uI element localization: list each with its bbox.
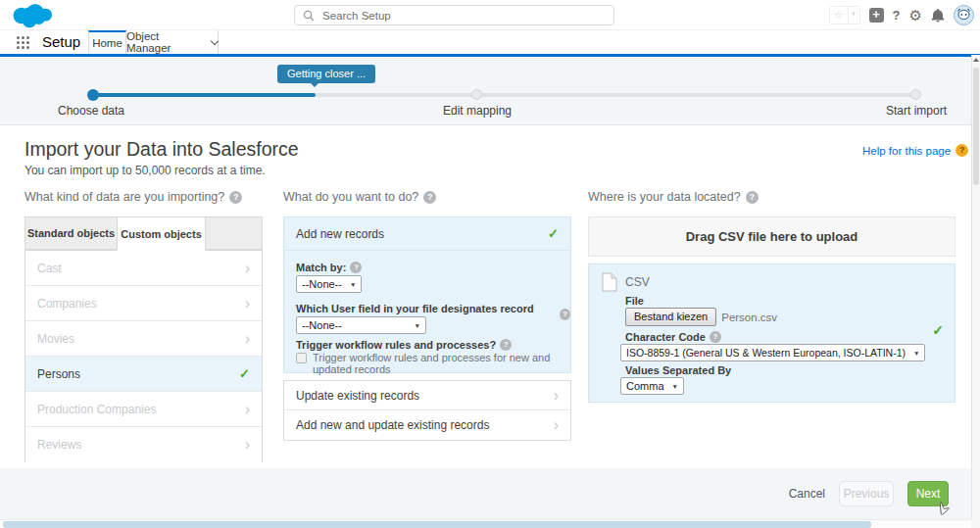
csv-type-label: CSV xyxy=(625,275,650,289)
question-icon[interactable]: ? xyxy=(746,191,759,204)
list-item-movies[interactable]: Movies › xyxy=(25,321,262,357)
separator-select[interactable]: Comma ▼ xyxy=(620,377,684,395)
other-options: Update existing records › Add new and up… xyxy=(283,380,571,441)
check-icon: ✓ xyxy=(548,226,559,241)
favorites-caret-icon: ▼ xyxy=(848,7,859,24)
data-kind-heading-text: What kind of data are you importing? xyxy=(24,190,224,204)
import-wizard-app: ☆ ▼ + ? ⚙ Setup Home Object Manager G xyxy=(0,0,980,528)
option-add-and-update-records[interactable]: Add new and update existing records › xyxy=(284,410,570,440)
option-add-new-records[interactable]: Add new records ✓ xyxy=(284,217,570,251)
tab-object-manager-label: Object Manager xyxy=(126,30,205,54)
owner-field-value: --None-- xyxy=(302,319,342,331)
location-heading: Where is your data located? ? xyxy=(588,190,759,204)
list-item-label: Cast xyxy=(37,262,62,275)
question-icon[interactable]: ? xyxy=(560,309,570,320)
list-item-persons[interactable]: Persons ✓ xyxy=(25,357,262,392)
header-icon-tray: ☆ ▼ + ? ⚙ xyxy=(829,0,974,30)
gear-icon[interactable]: ⚙ xyxy=(909,8,922,23)
owner-field-select[interactable]: --None-- ▼ xyxy=(296,316,426,334)
step-dot-edit-mapping xyxy=(471,89,482,100)
avatar[interactable] xyxy=(954,5,974,25)
step-dot-choose-data xyxy=(87,89,99,101)
workflow-label: Trigger workflow rules and processes? ? xyxy=(296,339,512,351)
separator-value: Comma xyxy=(626,380,664,392)
search-input[interactable] xyxy=(322,10,606,22)
help-icon[interactable]: ? xyxy=(893,8,901,23)
workflow-checkbox[interactable] xyxy=(296,353,307,363)
question-icon[interactable]: ? xyxy=(229,191,242,204)
list-item-production-companies[interactable]: Production Companies › xyxy=(25,392,262,427)
tab-custom-objects[interactable]: Custom objects xyxy=(117,216,206,251)
horizontal-scrollbar-thumb[interactable] xyxy=(3,521,871,528)
footer: Cancel Previous Next xyxy=(0,468,980,519)
search-box xyxy=(294,5,614,25)
question-icon[interactable]: ? xyxy=(500,339,512,351)
object-tabs-filler xyxy=(206,216,263,250)
character-code-value: ISO-8859-1 (General US & Western Europea… xyxy=(626,347,906,359)
list-item-label: Production Companies xyxy=(37,403,156,416)
question-icon[interactable]: ? xyxy=(710,331,721,343)
chevron-right-icon: › xyxy=(554,419,559,431)
app-launcher-icon[interactable] xyxy=(17,36,30,50)
search-icon xyxy=(303,10,315,22)
action-heading-text: What do you want to do? xyxy=(283,190,418,204)
previous-button[interactable]: Previous xyxy=(839,481,894,506)
scroll-up-arrow-icon[interactable] xyxy=(973,58,979,62)
chevron-right-icon: › xyxy=(245,333,250,345)
choose-file-button[interactable]: Bestand kiezen xyxy=(625,308,716,326)
list-item-reviews[interactable]: Reviews › xyxy=(25,427,262,462)
horizontal-scrollbar[interactable] xyxy=(0,519,971,528)
option-label: Add new records xyxy=(296,227,384,241)
check-icon: ✓ xyxy=(932,322,944,338)
setup-navbar: Setup Home Object Manager xyxy=(0,30,980,57)
csv-drop-zone[interactable]: Drag CSV file here to upload xyxy=(588,216,956,257)
chevron-down-icon xyxy=(211,36,219,44)
chevron-right-icon: › xyxy=(245,298,250,310)
match-by-label-text: Match by: xyxy=(296,262,346,273)
character-code-select[interactable]: ISO-8859-1 (General US & Western Europea… xyxy=(620,344,925,361)
question-icon[interactable]: ? xyxy=(423,191,436,204)
workflow-checkbox-row: Trigger workflow rules and processes for… xyxy=(296,352,563,375)
tab-standard-objects[interactable]: Standard objects xyxy=(24,216,117,250)
mouse-cursor xyxy=(937,501,951,521)
cancel-button[interactable]: Cancel xyxy=(789,487,825,501)
salesforce-logo xyxy=(10,2,53,33)
question-icon[interactable]: ? xyxy=(350,262,362,273)
step-label-choose-data: Choose data xyxy=(37,104,145,118)
progress-fill xyxy=(93,93,316,97)
vertical-scrollbar[interactable] xyxy=(971,55,980,519)
progress-tooltip: Getting closer ... xyxy=(277,65,375,83)
chevron-right-icon: › xyxy=(245,439,250,451)
help-link-label: Help for this page xyxy=(862,145,951,157)
progress-tooltip-text: Getting closer ... xyxy=(287,68,366,79)
tab-custom-objects-label: Custom objects xyxy=(121,228,202,240)
vertical-scrollbar-thumb[interactable] xyxy=(973,68,979,185)
tab-object-manager[interactable]: Object Manager xyxy=(126,30,219,54)
select-arrow-icon: ▼ xyxy=(415,322,420,329)
check-icon: ✓ xyxy=(239,366,250,381)
bell-icon[interactable] xyxy=(931,8,945,23)
help-orange-icon: ? xyxy=(956,144,968,157)
favorites-control[interactable]: ☆ ▼ xyxy=(829,6,860,24)
quick-create-button[interactable]: + xyxy=(869,8,884,23)
option-label: Update existing records xyxy=(296,389,419,403)
chevron-right-icon: › xyxy=(245,263,250,274)
character-code-label-text: Character Code xyxy=(625,331,706,343)
tab-home-label: Home xyxy=(92,37,122,49)
tab-home[interactable]: Home xyxy=(88,30,126,54)
list-item-companies[interactable]: Companies › xyxy=(25,286,262,321)
csv-drop-zone-label: Drag CSV file here to upload xyxy=(686,229,858,244)
help-for-this-page-link[interactable]: Help for this page ? xyxy=(862,144,968,157)
option-update-existing-records[interactable]: Update existing records › xyxy=(284,381,570,410)
page-subtitle: You can import up to 50,000 records at a… xyxy=(24,164,266,177)
match-by-select[interactable]: --None-- ▼ xyxy=(296,275,362,293)
file-label: File xyxy=(625,295,644,307)
match-by-label: Match by: ? xyxy=(296,262,362,273)
option-label: Add new and update existing records xyxy=(296,418,489,432)
file-name: Person.csv xyxy=(721,312,777,323)
list-item-cast[interactable]: Cast › xyxy=(25,251,262,286)
chevron-right-icon: › xyxy=(245,404,250,415)
scrollbar-corner xyxy=(971,519,980,528)
data-kind-heading: What kind of data are you importing? ? xyxy=(24,190,242,204)
object-tabs: Standard objects Custom objects xyxy=(24,216,263,250)
